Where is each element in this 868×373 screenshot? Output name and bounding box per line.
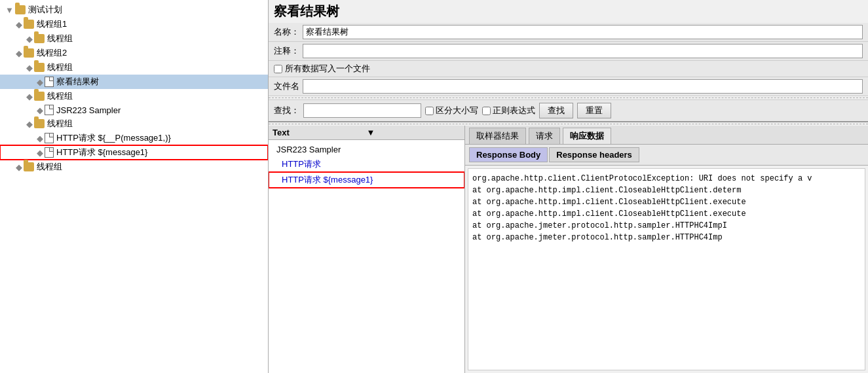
result-list-header: Text ▼: [269, 126, 464, 140]
tree-item-thread-group-5[interactable]: ◆ 线程组: [0, 160, 268, 174]
tree-connector: ▼: [5, 5, 14, 15]
filename-label: 文件名: [274, 80, 300, 92]
search-label: 查找：: [274, 105, 299, 116]
tree-item-thread-group-1[interactable]: ◆ 线程组1: [0, 17, 268, 31]
folder-icon: [24, 20, 34, 29]
result-items-container: JSR223 Sampler HTTP请求 HTTP请求 ${message1}: [269, 140, 464, 373]
write-all-checkbox-label: 所有数据写入一个文件: [274, 63, 370, 75]
tree-item-jsr223[interactable]: ◆ JSR223 Sampler: [0, 103, 268, 116]
response-line-2: at org.apache.http.impl.client.Closeable…: [472, 185, 861, 196]
tree-connector: ◆: [16, 48, 22, 58]
response-panel: 取样器结果 请求 响应数据 Response Body Response hea…: [465, 126, 868, 373]
tree-connector: ◆: [37, 133, 43, 143]
reset-button[interactable]: 重置: [577, 103, 611, 118]
write-all-checkbox[interactable]: [274, 65, 282, 73]
tree-item-thread-group-4[interactable]: ◆ 线程组: [0, 116, 268, 131]
regex-label: 正则表达式: [482, 105, 535, 116]
page-title: 察看结果树: [274, 3, 863, 20]
tree-item-thread-group-2[interactable]: ◆ 线程组2: [0, 46, 268, 60]
tree-item-label: 线程组: [47, 90, 73, 102]
tree-connector: ◆: [26, 119, 33, 129]
tree-item-label: HTTP请求 ${message1}: [56, 147, 147, 158]
tree-panel: ▼ 测试计划 ◆ 线程组1 ◆ 线程组 ◆ 线程组2 ◆ 线程组 ◆ 察看结果树…: [0, 0, 269, 373]
sub-tabs-row: Response Body Response headers: [465, 145, 868, 166]
result-item-label: HTTP请求 ${message1}: [282, 175, 373, 185]
tabs-row: 取样器结果 请求 响应数据: [465, 126, 868, 145]
tab-request[interactable]: 请求: [529, 128, 560, 144]
tree-item-label: 线程组: [47, 62, 73, 73]
tree-item-http-request-2[interactable]: ◆ HTTP请求 ${message1}: [0, 145, 268, 160]
tree-item-label: JSR223 Sampler: [56, 105, 121, 115]
response-line-1: org.apache.http.client.ClientProtocolExc…: [472, 173, 861, 185]
tree-item-test-plan[interactable]: ▼ 测试计划: [0, 3, 268, 17]
file-icon: [45, 133, 54, 143]
response-line-4: at org.apache.http.impl.client.Closeable…: [472, 208, 861, 220]
tree-item-label: 线程组: [47, 33, 73, 44]
folder-icon: [24, 162, 34, 171]
tab-sampler-result[interactable]: 取样器结果: [469, 128, 526, 144]
tab-response-data[interactable]: 响应数据: [563, 128, 611, 144]
name-row: 名称：: [269, 23, 868, 42]
name-input[interactable]: [303, 25, 863, 39]
tree-item-view-result-tree[interactable]: ◆ 察看结果树: [0, 75, 268, 89]
tree-item-thread-group-3[interactable]: ◆ 线程组: [0, 89, 268, 103]
separator-2: [269, 124, 868, 124]
tree-connector: ◆: [16, 20, 22, 29]
file-icon: [45, 147, 54, 158]
folder-icon: [34, 119, 45, 128]
dropdown-arrow-icon[interactable]: ▼: [367, 128, 461, 137]
regex-checkbox[interactable]: [482, 107, 491, 115]
tree-connector: ◆: [16, 162, 22, 172]
search-bar: 查找： 区分大小写 正则表达式 查找 重置: [269, 99, 868, 122]
case-sensitive-checkbox[interactable]: [425, 107, 434, 115]
result-item-label: HTTP请求: [282, 159, 321, 169]
note-row: 注释：: [269, 42, 868, 61]
name-label: 名称：: [274, 26, 300, 38]
tree-item-label: 线程组2: [37, 47, 67, 59]
tree-connector: ◆: [37, 148, 43, 158]
tree-connector: ◆: [26, 92, 33, 101]
case-sensitive-label: 区分大小写: [425, 105, 478, 116]
header-section: 察看结果树: [269, 0, 868, 23]
result-item-http-request-selected[interactable]: HTTP请求 ${message1}: [269, 172, 464, 188]
regex-text: 正则表达式: [493, 105, 535, 116]
response-body: org.apache.http.client.ClientProtocolExc…: [468, 168, 865, 370]
tree-connector: ◆: [37, 77, 43, 87]
main-content: Text ▼ JSR223 Sampler HTTP请求 HTTP请求 ${me…: [269, 126, 868, 373]
form-rows: 名称： 注释： 所有数据写入一个文件 文件名: [269, 23, 868, 96]
tree-connector: ◆: [37, 105, 43, 115]
folder-icon: [15, 5, 26, 14]
case-sensitive-text: 区分大小写: [436, 105, 478, 116]
tree-item-label: 线程组: [47, 118, 73, 130]
filename-row: 文件名: [269, 77, 868, 96]
filename-input[interactable]: [303, 79, 863, 94]
tree-item-thread-group-2a[interactable]: ◆ 线程组: [0, 60, 268, 75]
separator: [269, 98, 868, 98]
search-input[interactable]: [303, 103, 421, 118]
tree-item-label: 测试计划: [28, 4, 62, 16]
file-icon: [45, 105, 54, 115]
tree-item-label: 线程组1: [37, 18, 67, 30]
note-input[interactable]: [303, 44, 863, 58]
tree-item-thread-group-1a[interactable]: ◆ 线程组: [0, 31, 268, 46]
sub-tab-response-headers[interactable]: Response headers: [549, 147, 639, 162]
tree-item-label: 线程组: [37, 161, 62, 173]
response-line-3: at org.apache.http.impl.client.Closeable…: [472, 196, 861, 208]
folder-icon: [34, 34, 45, 43]
folder-icon: [34, 63, 45, 72]
write-all-label: 所有数据写入一个文件: [285, 63, 370, 75]
tree-item-http-request-1[interactable]: ◆ HTTP请求 ${__P(message1,)}: [0, 131, 268, 145]
tree-connector: ◆: [26, 34, 33, 44]
result-item-http-request[interactable]: HTTP请求: [269, 156, 464, 172]
folder-icon: [34, 92, 45, 101]
result-item-jsr223[interactable]: JSR223 Sampler: [269, 143, 464, 156]
right-panel: 察看结果树 名称： 注释： 所有数据写入一个文件 文件名 查找： 区分大: [269, 0, 868, 373]
sub-tab-response-body[interactable]: Response Body: [469, 147, 548, 162]
note-label: 注释：: [274, 45, 300, 57]
folder-icon: [24, 48, 34, 58]
find-button[interactable]: 查找: [539, 103, 573, 118]
response-line-6: at org.apache.jmeter.protocol.http.sampl…: [472, 232, 861, 243]
file-icon: [45, 77, 54, 87]
tree-item-label: 察看结果树: [56, 76, 99, 88]
tree-item-label: HTTP请求 ${__P(message1,)}: [56, 132, 171, 144]
